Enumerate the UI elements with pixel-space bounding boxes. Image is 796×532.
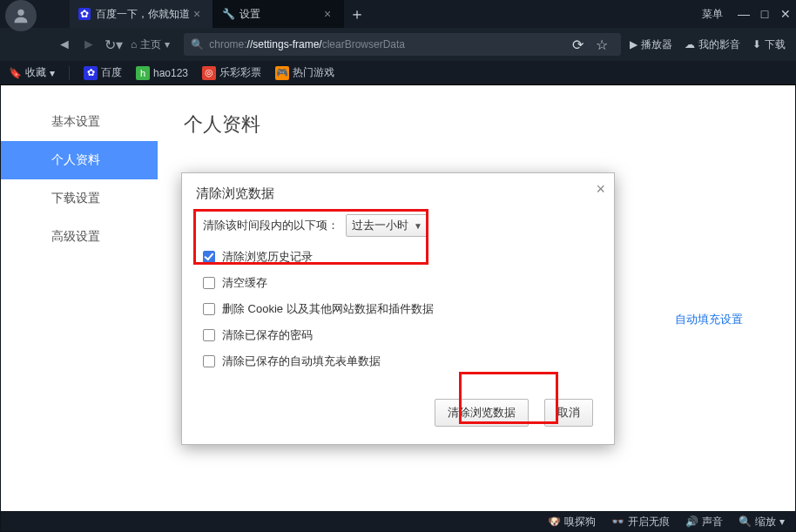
checkbox-icon[interactable] [203,251,215,263]
sound-icon: 🔊 [685,515,698,528]
page-title: 个人资料 [184,111,795,138]
baidu-favicon-icon: ✿ [78,8,91,20]
tab-close-icon[interactable]: × [190,7,204,21]
titlebar: ✿ 百度一下，你就知道 × 🔧 设置 × ＋ 菜单 — □ ✕ [0,0,796,28]
baidu-icon: ✿ [84,66,98,80]
back-button[interactable]: ◄ [52,32,77,57]
url-path: //settings-frame/ [247,38,322,51]
settings-favicon-icon: 🔧 [222,8,234,20]
maximize-icon[interactable]: □ [754,7,775,21]
checkbox-icon[interactable] [203,355,215,367]
bookmark-item[interactable]: hhao123 [136,66,188,80]
media-button[interactable]: ☁我的影音 [685,37,740,52]
dialog-close-icon[interactable]: × [596,180,605,199]
cancel-button[interactable]: 取消 [544,399,593,427]
option-cookies[interactable]: 删除 Cookie 以及其他网站数据和插件数据 [203,301,593,317]
chevron-down-icon: ▼ [414,221,422,231]
dialog-title: 清除浏览数据 [196,185,274,200]
sniffer-button[interactable]: 🐶嗅探狗 [548,515,596,529]
book-icon: 🔖 [9,67,22,79]
url-scheme: chrome: [209,38,246,51]
window-controls: 菜单 — □ ✕ [702,7,796,22]
minimize-icon[interactable]: — [733,7,754,21]
status-bar: 🐶嗅探狗 👓开启无痕 🔊声音 🔍缩放▾ [1,512,795,531]
time-range-label: 清除该时间段内的以下项： [203,218,339,233]
time-range-row: 清除该时间段内的以下项： 过去一小时 ▼ [203,214,593,237]
checkbox-icon[interactable] [203,277,215,289]
hao123-icon: h [136,66,150,80]
autofill-settings-link[interactable]: 自动填充设置 [675,312,743,327]
sound-button[interactable]: 🔊声音 [685,515,723,529]
tab-title: 百度一下，你就知道 [96,7,190,22]
reload-dropdown-icon[interactable]: ↻▾ [101,32,125,57]
sidebar-item-advanced[interactable]: 高级设置 [1,218,158,256]
clear-data-dialog: 清除浏览数据 × 清除该时间段内的以下项： 过去一小时 ▼ 清除浏览历史记录 清… [181,172,615,445]
refresh-icon[interactable]: ⟳ [565,32,590,57]
home-label: 主页 [140,37,161,52]
checkbox-icon[interactable] [203,329,215,341]
incognito-button[interactable]: 👓开启无痕 [611,515,670,529]
download-button[interactable]: ⬇下载 [752,37,786,52]
forward-button[interactable]: ► [77,32,101,57]
games-icon: 🎮 [275,66,289,80]
sidebar-item-basic[interactable]: 基本设置 [1,103,158,141]
checkbox-icon[interactable] [203,303,215,315]
time-range-select[interactable]: 过去一小时 ▼ [346,214,428,237]
player-button[interactable]: ▶播放器 [630,37,672,52]
user-icon [11,6,30,25]
chevron-down-icon: ▾ [779,515,785,528]
url-bar[interactable]: 🔍 chrome: //settings-frame/ clearBrowser… [184,33,621,56]
cloud-icon: ☁ [685,38,695,51]
zoom-button[interactable]: 🔍缩放▾ [739,515,785,529]
option-history[interactable]: 清除浏览历史记录 [203,249,593,265]
lottery-icon: ◎ [202,66,216,80]
settings-sidebar: 基本设置 个人资料 下载设置 高级设置 恢复所有默认设置 [1,85,158,511]
option-autofill[interactable]: 清除已保存的自动填充表单数据 [203,354,593,369]
tab-title: 设置 [239,7,260,22]
bookmark-item[interactable]: ✿百度 [84,65,122,80]
time-range-value: 过去一小时 [352,218,408,233]
incognito-icon: 👓 [611,515,624,528]
avatar[interactable] [5,0,37,31]
new-tab-button[interactable]: ＋ [344,0,370,28]
tab-baidu[interactable]: ✿ 百度一下，你就知道 × [70,0,213,28]
bookmark-item[interactable]: ◎乐彩彩票 [202,65,261,80]
download-icon: ⬇ [752,38,761,51]
zoom-icon: 🔍 [739,515,752,528]
sidebar-item-profile[interactable]: 个人资料 [1,141,158,179]
chevron-down-icon: ▾ [165,38,170,51]
option-cache[interactable]: 清空缓存 [203,275,593,291]
bookmarks-bar: 🔖收藏▾ ✿百度 hhao123 ◎乐彩彩票 🎮热门游戏 [0,61,796,85]
bookmark-item[interactable]: 🎮热门游戏 [275,65,334,80]
star-icon[interactable]: ☆ [590,32,614,57]
option-passwords[interactable]: 清除已保存的密码 [203,327,593,343]
tab-close-icon[interactable]: × [320,7,334,21]
url-path2: clearBrowserData [322,38,405,51]
navbar: ◄ ► ↻▾ ⌂ 主页 ▾ 🔍 chrome: //settings-frame… [0,28,796,61]
svg-point-0 [17,10,24,16]
sidebar-item-download[interactable]: 下载设置 [1,179,158,218]
close-window-icon[interactable]: ✕ [775,7,796,21]
dog-icon: 🐶 [548,515,561,528]
home-button[interactable]: ⌂ 主页 ▾ [125,37,175,52]
home-icon: ⌂ [131,38,137,51]
favorites-button[interactable]: 🔖收藏▾ [9,65,55,80]
menu-button[interactable]: 菜单 [702,7,723,22]
tab-strip: ✿ 百度一下，你就知道 × 🔧 设置 × ＋ [70,0,370,28]
tab-settings[interactable]: 🔧 设置 × [213,0,344,28]
clear-data-button[interactable]: 清除浏览数据 [435,399,529,427]
search-icon: 🔍 [191,38,204,51]
chevron-down-icon: ▾ [50,67,55,79]
play-icon: ▶ [630,38,637,51]
